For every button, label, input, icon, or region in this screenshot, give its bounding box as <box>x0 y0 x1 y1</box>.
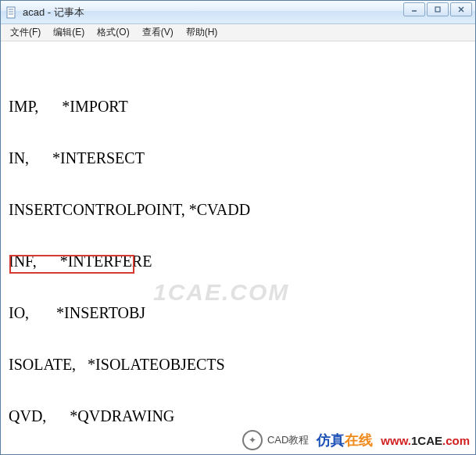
menu-file[interactable]: 文件(F) <box>4 24 47 41</box>
menubar: 文件(F) 编辑(E) 格式(O) 查看(V) 帮助(H) <box>1 24 475 41</box>
menu-format[interactable]: 格式(O) <box>91 24 135 41</box>
text-line: INSERTCONTROLPOINT, *CVADD <box>9 201 467 218</box>
minimize-button[interactable] <box>403 2 425 16</box>
maximize-button[interactable] <box>427 2 449 16</box>
text-line: IN, *INTERSECT <box>9 149 467 167</box>
text-line: ISOLATE, *ISOLATEOBJECTS <box>9 356 467 373</box>
text-line: QVD, *QVDRAWING <box>9 407 467 425</box>
svg-rect-5 <box>435 7 440 12</box>
menu-view[interactable]: 查看(V) <box>136 24 180 41</box>
text-line: IMP, *IMPORT <box>9 98 467 115</box>
text-line: INF, *INTERFERE <box>9 253 467 270</box>
window-title: acad - 记事本 <box>23 5 84 20</box>
svg-rect-0 <box>7 7 15 18</box>
notepad-window: acad - 记事本 文件(F) 编辑(E) 格式(O) 查看(V) 帮助(H)… <box>0 0 476 455</box>
watermark: 1CAE.COM <box>153 284 289 301</box>
close-button[interactable] <box>450 2 472 16</box>
menu-edit[interactable]: 编辑(E) <box>47 24 91 41</box>
menu-help[interactable]: 帮助(H) <box>180 24 224 41</box>
titlebar: acad - 记事本 <box>1 1 475 24</box>
text-area[interactable]: 1CAE.COM IMP, *IMPORT IN, *INTERSECT INS… <box>1 41 475 454</box>
app-icon <box>5 6 18 19</box>
text-line: IO, *INSERTOBJ <box>9 304 467 321</box>
window-controls <box>403 2 472 16</box>
